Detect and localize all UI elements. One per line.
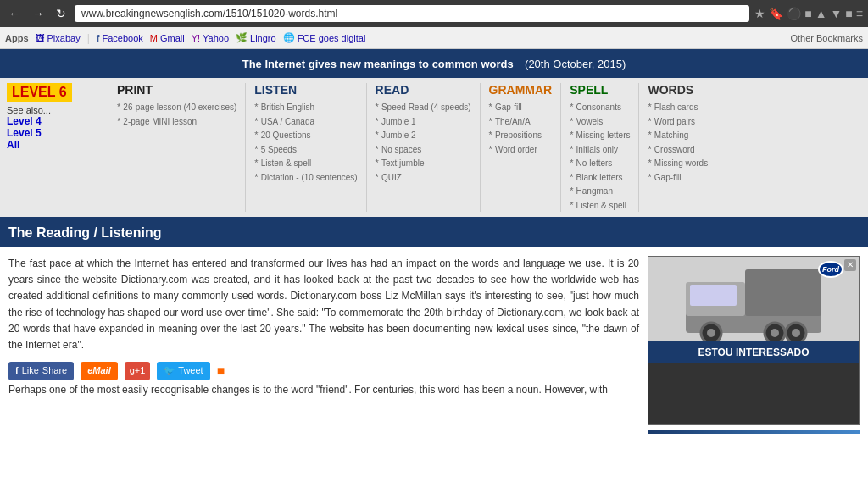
words-link-2[interactable]: Word pairs	[654, 116, 695, 126]
read-link-3[interactable]: Jumble 2	[381, 130, 416, 140]
ad-close-button[interactable]: ✕	[844, 259, 856, 271]
ext2-icon[interactable]: ▼	[831, 7, 843, 20]
listen-link-1[interactable]: British English	[261, 102, 314, 112]
delicious-icon[interactable]: ■	[804, 7, 811, 20]
read-link-4[interactable]: No spaces	[381, 144, 421, 154]
grammar-item-4: Word order	[489, 142, 553, 157]
print-link-1[interactable]: 26-page lesson (40 exercises)	[123, 102, 236, 112]
grammar-link-2[interactable]: The/An/A	[495, 116, 531, 126]
words-item-3: Matching	[648, 128, 708, 142]
spell-item-7: Hangman	[570, 184, 630, 198]
listen-link-3[interactable]: 20 Questions	[261, 130, 311, 140]
site-header: The Internet gives new meanings to commo…	[0, 49, 868, 78]
listen-link-6[interactable]: Dictation - (10 sentences)	[261, 172, 358, 182]
listen-item-6: Dictation - (10 sentences)	[254, 170, 357, 185]
words-item-6: Gap-fill	[648, 170, 708, 185]
spell-link-4[interactable]: Initials only	[576, 144, 618, 154]
nav-area: LEVEL 6 See also... Level 4 Level 5 All …	[0, 78, 868, 219]
grammar-link-3[interactable]: Prepositions	[495, 130, 542, 140]
grammar-item-2: The/An/A	[489, 114, 553, 129]
grammar-link-1[interactable]: Gap-fill	[495, 102, 522, 112]
browser-chrome: ← → ↻ www.breakingnewsenglish.com/1510/1…	[0, 0, 868, 27]
words-link-6[interactable]: Gap-fill	[654, 172, 682, 182]
ext3-icon[interactable]: ■	[845, 7, 852, 20]
refresh-button[interactable]: ↻	[53, 5, 70, 22]
spell-link-1[interactable]: Consonants	[576, 102, 621, 112]
star-icon[interactable]: ★	[754, 7, 765, 20]
back-button[interactable]: ←	[5, 5, 24, 22]
facebook-like-button[interactable]: f Like Share	[8, 362, 74, 380]
forward-button[interactable]: →	[29, 5, 47, 22]
bookmark-lingro[interactable]: 🌿 Lingro	[236, 32, 276, 43]
spell-link-3[interactable]: Missing letters	[576, 130, 631, 140]
read-item-2: Jumble 1	[376, 114, 471, 129]
article-paragraph-2: Perhaps one of the most easily recognisa…	[8, 382, 639, 398]
tweet-button[interactable]: 🐦 Tweet	[157, 362, 209, 380]
rss-button[interactable]: ■	[217, 360, 225, 382]
listen-item-1: British English	[254, 100, 357, 114]
link-level4[interactable]: Level 4	[7, 115, 101, 127]
like-label: Like	[22, 363, 39, 379]
address-bar[interactable]: www.breakingnewsenglish.com/1510/151020-…	[75, 5, 749, 22]
site-title: The Internet gives new meanings to commo…	[242, 58, 514, 70]
svg-rect-2	[690, 285, 737, 306]
read-link-1[interactable]: Speed Read (4 speeds)	[381, 102, 471, 112]
spell-link-5[interactable]: No letters	[576, 158, 613, 168]
read-link-6[interactable]: QUIZ	[381, 172, 402, 182]
other-bookmarks[interactable]: Other Bookmarks	[790, 33, 863, 43]
fb-icon: f	[15, 363, 19, 379]
grammar-link-4[interactable]: Word order	[495, 144, 537, 154]
read-link-2[interactable]: Jumble 1	[381, 116, 416, 126]
link-level5[interactable]: Level 5	[7, 127, 101, 139]
spell-link-8[interactable]: Listen & spell	[576, 200, 626, 210]
read-header: READ	[376, 83, 471, 97]
words-link-5[interactable]: Missing words	[654, 158, 708, 168]
bookmark-yahoo[interactable]: Y! Yahoo	[192, 33, 229, 43]
listen-link-2[interactable]: USA / Canada	[261, 116, 314, 126]
read-item-6: QUIZ	[376, 170, 471, 185]
listen-link-5[interactable]: Listen & spell	[261, 158, 311, 168]
ext1-icon[interactable]: ▲	[815, 7, 827, 20]
spell-link-7[interactable]: Hangman	[576, 186, 613, 196]
bookmark-facebook[interactable]: f Facebook	[97, 33, 143, 43]
apps-label: Apps	[5, 33, 29, 43]
read-link-5[interactable]: Text jumble	[381, 158, 425, 168]
spell-link-6[interactable]: Blank letters	[576, 172, 623, 182]
email-button[interactable]: eMail	[81, 362, 118, 380]
bookmark-pixabay[interactable]: 🖼 Pixabay	[36, 33, 81, 43]
words-link-3[interactable]: Matching	[654, 130, 689, 140]
svg-rect-3	[745, 269, 821, 316]
words-link-4[interactable]: Crossword	[654, 144, 695, 154]
print-link-2[interactable]: 2-page MINI lesson	[123, 116, 197, 126]
article-text: The fast pace at which the Internet has …	[8, 256, 639, 434]
link-all[interactable]: All	[7, 139, 101, 151]
share-label: Share	[42, 363, 67, 379]
bookmark-icon[interactable]: 🔖	[769, 7, 783, 20]
gplus-button[interactable]: g+1	[125, 362, 151, 380]
spell-item-8: Listen & spell	[570, 198, 630, 213]
print-item-2: 2-page MINI lesson	[117, 114, 236, 129]
listen-item-3: 20 Questions	[254, 128, 357, 142]
words-item-5: Missing words	[648, 156, 708, 170]
words-link-1[interactable]: Flash cards	[654, 102, 698, 112]
listen-item-2: USA / Canada	[254, 114, 357, 129]
svg-point-5	[707, 329, 715, 337]
spell-column: SPELL Consonants Vowels Missing letters …	[561, 83, 639, 212]
bookmark-fce[interactable]: 🌐 FCE goes digital	[283, 32, 366, 43]
listen-link-4[interactable]: 5 Speeds	[261, 144, 297, 154]
grammar-column: GRAMMAR Gap-fill The/An/A Prepositions W…	[481, 83, 562, 212]
email-label: eMail	[87, 365, 111, 375]
spell-header: SPELL	[570, 83, 630, 97]
bookmark-gmail[interactable]: M Gmail	[150, 33, 185, 43]
pinterest-icon[interactable]: ⚫	[787, 7, 801, 20]
spell-item-3: Missing letters	[570, 128, 630, 142]
spell-link-2[interactable]: Vowels	[576, 116, 604, 126]
ad-cta-button[interactable]: ESTOU INTERESSADO	[648, 341, 859, 363]
spell-item-1: Consonants	[570, 100, 630, 114]
read-item-5: Text jumble	[376, 156, 471, 170]
words-column: WORDS Flash cards Word pairs Matching Cr…	[639, 83, 716, 212]
ford-logo: Ford	[818, 261, 843, 278]
menu-icon[interactable]: ≡	[856, 7, 863, 20]
listen-header: LISTEN	[254, 83, 357, 97]
spell-item-2: Vowels	[570, 114, 630, 129]
